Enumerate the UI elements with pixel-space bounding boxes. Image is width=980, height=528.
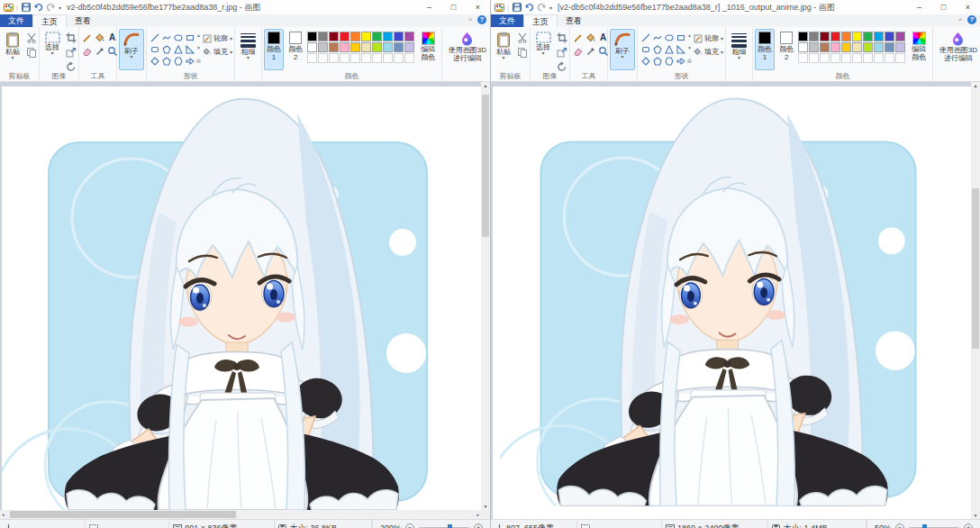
- palette-swatch[interactable]: [340, 42, 349, 52]
- shape-polygon-icon[interactable]: [160, 43, 172, 55]
- palette-swatch[interactable]: [350, 42, 360, 52]
- palette-swatch[interactable]: [841, 42, 851, 52]
- palette-swatch-empty[interactable]: [863, 53, 873, 63]
- palette-swatch-empty[interactable]: [885, 53, 894, 63]
- palette-swatch[interactable]: [383, 42, 393, 52]
- size-button[interactable]: 粗细 ▾: [237, 29, 259, 70]
- scroll-down-icon[interactable]: ▼: [484, 504, 488, 509]
- palette-swatch-empty[interactable]: [340, 53, 349, 63]
- palette-swatch[interactable]: [841, 32, 851, 41]
- palette-swatch-empty[interactable]: [820, 53, 830, 63]
- palette-swatch-empty[interactable]: [307, 53, 317, 63]
- eraser-icon[interactable]: [81, 45, 93, 57]
- palette-swatch-empty[interactable]: [329, 53, 339, 63]
- fill-bucket-icon[interactable]: [94, 32, 105, 43]
- palette-swatch-empty[interactable]: [404, 53, 414, 63]
- paste-button[interactable]: 粘贴 ▾: [493, 29, 514, 70]
- scroll-down-icon[interactable]: ▼: [974, 513, 978, 518]
- edit-colors-button[interactable]: 编辑颜色: [907, 29, 930, 70]
- shapes-scroll-down-icon[interactable]: ▼: [196, 45, 201, 50]
- shape-pentagon-icon[interactable]: [160, 55, 172, 67]
- palette-swatch[interactable]: [340, 32, 349, 41]
- palette-swatch[interactable]: [329, 32, 339, 41]
- palette-swatch-empty[interactable]: [394, 53, 404, 63]
- collapse-ribbon-icon[interactable]: ^: [958, 16, 962, 24]
- shape-ellipse-icon[interactable]: [172, 32, 184, 43]
- zoom-in-button[interactable]: +: [964, 523, 973, 528]
- palette-swatch[interactable]: [885, 42, 894, 52]
- horizontal-scroll-thumb[interactable]: [10, 511, 236, 518]
- scroll-up-icon[interactable]: ▲: [974, 83, 978, 88]
- palette-swatch[interactable]: [885, 32, 894, 41]
- fill-button[interactable]: 填充 ▾: [203, 47, 232, 57]
- palette-swatch[interactable]: [852, 32, 862, 41]
- redo-icon[interactable]: [46, 3, 56, 13]
- shape-arrow-right-icon[interactable]: [184, 55, 195, 67]
- color2-button[interactable]: 颜色 2: [776, 29, 796, 70]
- rotate-icon[interactable]: [65, 60, 77, 72]
- palette-swatch[interactable]: [318, 32, 328, 41]
- palette-swatch-empty[interactable]: [361, 53, 371, 63]
- color-picker-icon[interactable]: [585, 45, 596, 57]
- shape-pentagon-icon[interactable]: [651, 55, 663, 67]
- qat-dropdown-icon[interactable]: ▾: [59, 5, 61, 11]
- tab-view[interactable]: 查看: [67, 14, 99, 27]
- palette-swatch-empty[interactable]: [895, 53, 905, 63]
- palette-swatch[interactable]: [404, 32, 414, 41]
- shapes-scroll-up-icon[interactable]: ▲: [196, 32, 201, 38]
- paste-button[interactable]: 粘贴 ▾: [2, 29, 23, 70]
- outline-button[interactable]: 轮廓 ▾: [694, 33, 723, 43]
- crop-icon[interactable]: [65, 32, 77, 43]
- minimize-button[interactable]: –: [907, 0, 931, 14]
- shape-right-triangle-icon[interactable]: [675, 43, 686, 55]
- shape-diamond-icon[interactable]: [149, 55, 160, 67]
- resize-icon[interactable]: [65, 46, 77, 58]
- scroll-up-icon[interactable]: ▲: [484, 83, 488, 88]
- copy-icon[interactable]: [25, 46, 37, 58]
- tab-file[interactable]: 文件: [491, 14, 523, 27]
- pencil-icon[interactable]: [572, 32, 584, 43]
- select-button[interactable]: 选择 ▾: [532, 29, 554, 70]
- shapes-more-icon[interactable]: ▤: [196, 58, 201, 63]
- brushes-button[interactable]: 刷子 ▾: [610, 29, 635, 70]
- shape-arrow-right-icon[interactable]: [675, 55, 686, 67]
- shape-rounded-rect-icon[interactable]: [149, 43, 160, 55]
- palette-swatch-empty[interactable]: [809, 53, 819, 63]
- shape-line-icon[interactable]: [149, 32, 160, 43]
- palette-swatch-empty[interactable]: [874, 53, 884, 63]
- collapse-ribbon-icon[interactable]: ^: [468, 16, 472, 24]
- brushes-button[interactable]: 刷子 ▾: [119, 29, 144, 70]
- shape-ellipse-icon[interactable]: [663, 32, 675, 43]
- shape-polygon-icon[interactable]: [651, 43, 663, 55]
- shape-diamond-icon[interactable]: [640, 55, 651, 67]
- palette-swatch-empty[interactable]: [318, 53, 328, 63]
- palette-swatch[interactable]: [863, 42, 873, 52]
- rotate-icon[interactable]: [556, 60, 567, 72]
- shape-curve-icon[interactable]: [651, 32, 663, 43]
- palette-swatch[interactable]: [820, 42, 830, 52]
- vertical-scroll-thumb[interactable]: [482, 95, 489, 237]
- tab-home[interactable]: 主页: [523, 14, 558, 27]
- palette-swatch[interactable]: [874, 32, 884, 41]
- close-button[interactable]: ×: [466, 0, 490, 14]
- shapes-scroll-up-icon[interactable]: ▲: [687, 32, 692, 38]
- canvas[interactable]: [493, 86, 971, 519]
- shape-line-icon[interactable]: [640, 32, 651, 43]
- outline-button[interactable]: 轮廓 ▾: [203, 33, 232, 43]
- palette-swatch[interactable]: [863, 32, 873, 41]
- redo-icon[interactable]: [537, 3, 547, 13]
- cut-icon[interactable]: [25, 32, 37, 43]
- maximize-button[interactable]: □: [931, 0, 956, 14]
- shape-curve-icon[interactable]: [160, 32, 172, 43]
- shape-hexagon-icon[interactable]: [172, 55, 184, 67]
- save-icon[interactable]: [512, 3, 522, 13]
- palette-swatch[interactable]: [798, 32, 808, 41]
- eraser-icon[interactable]: [572, 45, 584, 57]
- select-button[interactable]: 选择 ▾: [41, 29, 63, 70]
- palette-swatch[interactable]: [809, 32, 819, 41]
- cut-icon[interactable]: [516, 32, 528, 43]
- palette-swatch[interactable]: [383, 32, 393, 41]
- palette-swatch[interactable]: [404, 42, 414, 52]
- fill-bucket-icon[interactable]: [585, 32, 596, 43]
- scroll-right-icon[interactable]: ▸: [476, 512, 479, 517]
